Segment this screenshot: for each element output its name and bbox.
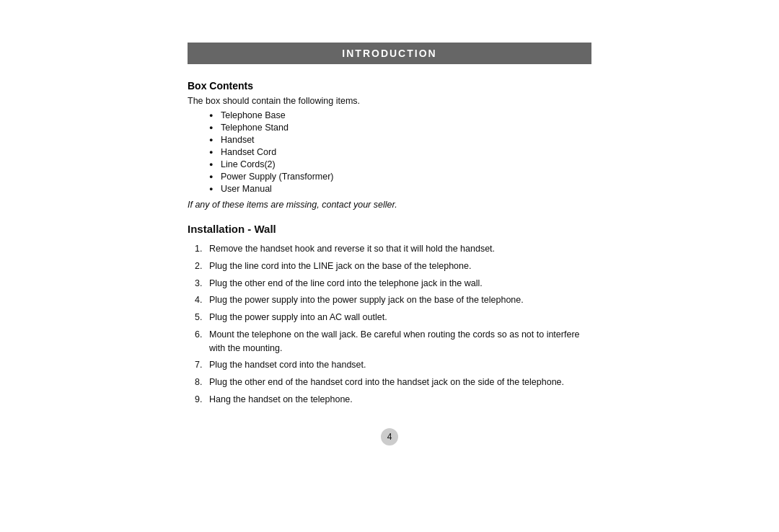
- step-number: 6.: [195, 328, 202, 342]
- header-title: INTRODUCTION: [342, 48, 436, 59]
- box-contents-intro: The box should contain the following ite…: [188, 96, 591, 106]
- step-number: 7.: [195, 358, 202, 372]
- step-number: 5.: [195, 311, 202, 324]
- missing-items-text: If any of these items are missing, conta…: [188, 200, 591, 210]
- installation-step: 9. Hang the handset on the telephone.: [195, 393, 591, 407]
- box-contents-list: Telephone BaseTelephone StandHandsetHand…: [209, 110, 591, 194]
- list-item: Line Cords(2): [209, 159, 591, 169]
- installation-section: Installation - Wall 1. Remove the handse…: [188, 223, 591, 407]
- installation-step: 2. Plug the line cord into the LINE jack…: [195, 260, 591, 273]
- list-item: Power Supply (Transformer): [209, 172, 591, 182]
- list-item: Handset: [209, 135, 591, 145]
- step-number: 9.: [195, 393, 202, 407]
- list-item: Handset Cord: [209, 147, 591, 157]
- list-item: Telephone Stand: [209, 123, 591, 133]
- box-contents-title: Box Contents: [188, 80, 591, 92]
- installation-step: 4. Plug the power supply into the power …: [195, 293, 591, 307]
- page: INTRODUCTION Box Contents The box should…: [144, 21, 635, 511]
- installation-steps-list: 1. Remove the handset hook and reverse i…: [195, 242, 591, 407]
- list-item: User Manual: [209, 184, 591, 194]
- installation-step: 3. Plug the other end of the line cord i…: [195, 277, 591, 291]
- box-contents-section: Box Contents The box should contain the …: [188, 80, 591, 210]
- installation-step: 6. Mount the telephone on the wall jack.…: [195, 328, 591, 355]
- step-number: 1.: [195, 242, 202, 256]
- list-item: Telephone Base: [209, 110, 591, 120]
- installation-title: Installation - Wall: [188, 223, 591, 235]
- section-header: INTRODUCTION: [188, 43, 591, 64]
- step-number: 8.: [195, 376, 202, 389]
- step-number: 3.: [195, 277, 202, 291]
- page-number: 4: [381, 428, 398, 445]
- installation-step: 1. Remove the handset hook and reverse i…: [195, 242, 591, 256]
- installation-step: 5. Plug the power supply into an AC wall…: [195, 311, 591, 324]
- installation-step: 8. Plug the other end of the handset cor…: [195, 376, 591, 389]
- installation-step: 7. Plug the handset cord into the handse…: [195, 358, 591, 372]
- step-number: 2.: [195, 260, 202, 273]
- page-number-container: 4: [188, 428, 591, 445]
- step-number: 4.: [195, 293, 202, 307]
